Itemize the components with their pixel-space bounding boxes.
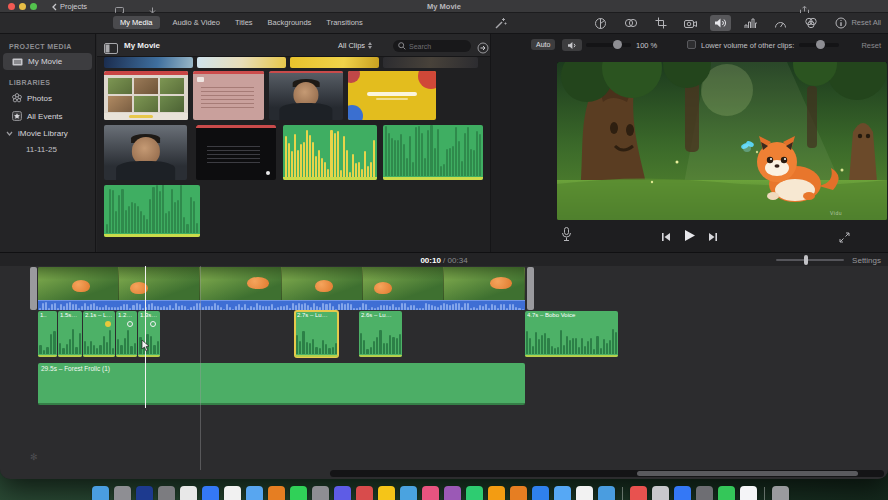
dock-app-icon[interactable] <box>696 486 713 500</box>
dock-app-icon[interactable] <box>334 486 351 500</box>
dock-app-icon[interactable] <box>290 486 307 500</box>
timeline-audio-clip[interactable]: 1.2… <box>116 311 137 357</box>
timeline-audio-clip[interactable]: 1.. <box>38 311 57 357</box>
search-input[interactable] <box>409 43 466 50</box>
sidebar-item-event-date[interactable]: 11-11-25 <box>0 142 95 157</box>
tab-audio-video[interactable]: Audio & Video <box>171 16 222 29</box>
media-thumbnail[interactable] <box>290 57 379 68</box>
dock-app-icon[interactable] <box>466 486 483 500</box>
clip-info-icon[interactable] <box>830 15 851 31</box>
tab-my-media[interactable]: My Media <box>113 16 160 29</box>
dock-app-icon[interactable] <box>268 486 285 500</box>
trim-handle-right[interactable] <box>527 267 534 310</box>
stabilization-icon[interactable] <box>680 15 701 31</box>
fullscreen-icon[interactable] <box>839 229 850 247</box>
tab-titles[interactable]: Titles <box>233 16 255 29</box>
playhead[interactable] <box>145 266 146 408</box>
dock-app-icon[interactable] <box>202 486 219 500</box>
dock-app-icon[interactable] <box>92 486 109 500</box>
dock-app-icon[interactable] <box>400 486 417 500</box>
dock-app-icon[interactable] <box>378 486 395 500</box>
media-thumbnail-promo[interactable] <box>348 71 436 120</box>
color-correction-icon[interactable] <box>620 15 641 31</box>
dock-app-icon[interactable] <box>488 486 505 500</box>
reset-button[interactable]: Reset <box>861 41 881 50</box>
auto-volume-button[interactable]: Auto <box>531 39 555 50</box>
viewer-video[interactable] <box>557 62 887 220</box>
play-button[interactable] <box>683 228 696 246</box>
next-frame-button[interactable] <box>708 228 718 246</box>
dock-app-icon[interactable] <box>356 486 373 500</box>
sidebar-item-my-movie[interactable]: My Movie <box>3 53 92 70</box>
sidebar-item-all-events[interactable]: All Events <box>0 107 95 125</box>
speed-icon[interactable] <box>770 15 791 31</box>
dock-app-icon[interactable] <box>114 486 131 500</box>
lower-volume-checkbox[interactable] <box>687 40 696 49</box>
lower-volume-slider[interactable] <box>799 43 839 47</box>
dock-app-icon[interactable] <box>652 486 669 500</box>
noise-reduction-icon[interactable] <box>740 15 761 31</box>
dock-app-icon[interactable] <box>674 486 691 500</box>
dock-app-icon[interactable] <box>312 486 329 500</box>
media-thumbnail-audio[interactable] <box>383 125 483 180</box>
crop-icon[interactable] <box>650 15 671 31</box>
dock-app-icon[interactable] <box>136 486 153 500</box>
sidebar-toggle-icon[interactable] <box>104 40 118 58</box>
previous-frame-button[interactable] <box>661 228 671 246</box>
media-thumbnail[interactable] <box>197 57 286 68</box>
timeline-audio-clip[interactable]: 4.7s – Bobo Voice <box>525 311 618 357</box>
dock-app-icon[interactable] <box>576 486 593 500</box>
timeline-audio-clip[interactable]: 1.5s… <box>58 311 82 357</box>
horizontal-scrollbar[interactable] <box>330 470 884 477</box>
sidebar-item-imovie-library[interactable]: iMovie Library <box>0 125 95 142</box>
timeline-audio-clip[interactable]: 2.1s – L… <box>83 311 115 357</box>
reset-all-button[interactable]: Reset All <box>851 18 881 27</box>
circled-arrow-icon[interactable] <box>477 40 489 58</box>
dock-app-icon[interactable] <box>772 486 789 500</box>
dock-app-icon[interactable] <box>510 486 527 500</box>
media-thumbnail-collage[interactable] <box>104 71 188 120</box>
scrollbar-thumb[interactable] <box>637 471 858 476</box>
background-music-clip[interactable]: 29.5s – Forest Frolic (1) <box>38 363 525 405</box>
dock-app-icon[interactable] <box>740 486 757 500</box>
dock-app-icon[interactable] <box>718 486 735 500</box>
dock-app-icon[interactable] <box>444 486 461 500</box>
tab-backgrounds[interactable]: Backgrounds <box>266 16 314 29</box>
clips-filter-dropdown[interactable]: All Clips <box>338 41 372 50</box>
sidebar-item-photos[interactable]: Photos <box>0 89 95 107</box>
dock-app-icon[interactable] <box>422 486 439 500</box>
trim-handle-left[interactable] <box>30 267 37 310</box>
timeline-audio-clip[interactable]: 2.7s – Lu… <box>295 311 338 357</box>
video-clip-filmstrip[interactable] <box>38 267 525 300</box>
dock-app-icon[interactable] <box>180 486 197 500</box>
mute-button[interactable] <box>562 39 582 51</box>
timeline-audio-clip[interactable]: 2.6s – Lu… <box>359 311 402 357</box>
media-thumbnail[interactable] <box>104 57 193 68</box>
tab-transitions[interactable]: Transitions <box>324 16 364 29</box>
media-thumbnail-webcam[interactable] <box>104 125 187 180</box>
sidebar-item-label: Photos <box>27 94 52 103</box>
media-thumbnail-audio[interactable] <box>283 125 377 180</box>
timeline-zoom-slider[interactable] <box>776 259 844 261</box>
color-balance-icon[interactable] <box>590 15 611 31</box>
media-thumbnail-audio[interactable] <box>104 185 200 237</box>
media-thumbnail[interactable] <box>383 57 478 68</box>
timeline-settings-button[interactable]: Settings <box>852 256 881 265</box>
video-clip-audio-track[interactable] <box>38 300 525 310</box>
media-thumbnail-webcam[interactable] <box>269 71 343 120</box>
dock-app-icon[interactable] <box>246 486 263 500</box>
dock-app-icon[interactable] <box>630 486 647 500</box>
search-field[interactable] <box>393 40 471 52</box>
dock-app-icon[interactable] <box>532 486 549 500</box>
media-thumbnail-screen-recording[interactable] <box>196 125 276 180</box>
media-thumbnail-document[interactable] <box>193 71 264 120</box>
clip-filter-icon[interactable] <box>800 15 821 31</box>
dock-app-icon[interactable] <box>224 486 241 500</box>
dock-app-icon[interactable] <box>554 486 571 500</box>
volume-slider[interactable] <box>586 43 631 47</box>
zoom-slider-knob[interactable] <box>804 255 808 265</box>
dock-app-icon[interactable] <box>598 486 615 500</box>
enhance-wand-icon[interactable] <box>494 16 507 34</box>
dock-app-icon[interactable] <box>158 486 175 500</box>
volume-icon[interactable] <box>710 15 731 31</box>
